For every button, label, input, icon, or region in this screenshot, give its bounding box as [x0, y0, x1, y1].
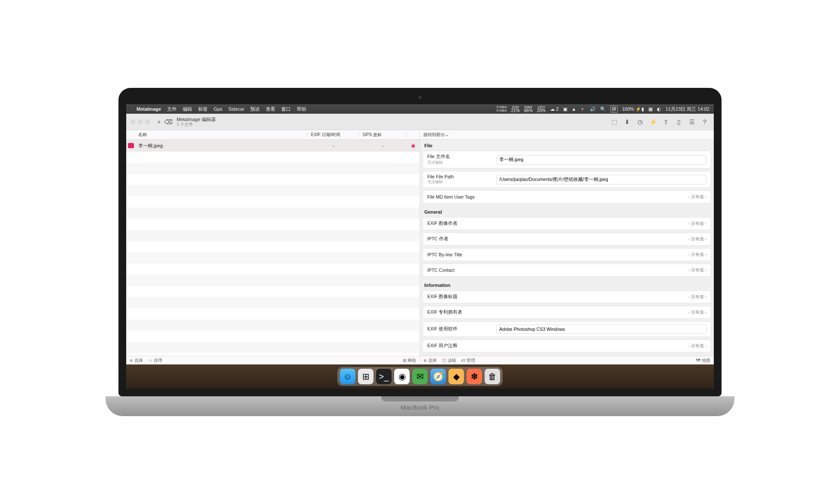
status-icon-4[interactable]: ◐	[657, 106, 661, 112]
menu-sidecar[interactable]: Sidecar	[228, 106, 244, 112]
col-exif-date[interactable]: EXIF 日期/时间	[308, 132, 359, 138]
col-name[interactable]: 名称	[136, 132, 308, 138]
traffic-lights[interactable]	[131, 119, 150, 124]
file-path-input	[496, 175, 706, 184]
field-exif-author[interactable]: EXIF 图像作者 - 没有值 -	[423, 217, 711, 230]
metadata-scroll[interactable]: File File 文件名 无法编辑 File File Pa	[420, 140, 714, 356]
dock-trash-icon[interactable]: 🗑	[485, 369, 500, 384]
field-exif-patent[interactable]: EXIF 专利拥有者 - 没有值 -	[423, 306, 711, 319]
menu-window[interactable]: 窗口	[281, 106, 291, 112]
section-file: File	[420, 140, 714, 151]
popout-icon[interactable]: ⬚	[610, 117, 619, 127]
file-name-cell: 李一桐.jpeg	[136, 143, 308, 149]
filter-button[interactable]: ◎ 滤镜	[442, 358, 456, 364]
wechat-status-icon[interactable]: ☁ 2	[550, 106, 559, 112]
wifi-icon[interactable]: ᯤ	[581, 106, 585, 112]
menubar-app-name[interactable]: MetaImage	[137, 106, 161, 112]
clock-icon[interactable]: ◷	[635, 117, 645, 127]
field-file-tags[interactable]: File MD Item User Tags - 没有值 -	[423, 190, 711, 203]
search-icon[interactable]: 🔍	[600, 106, 606, 112]
file-exif-cell: -	[308, 143, 359, 148]
ime-icon[interactable]: 拼	[610, 106, 618, 113]
share-icon[interactable]: ⇪	[661, 117, 671, 127]
field-exif-software[interactable]: EXIF 使用软件	[423, 321, 711, 337]
exif-software-input[interactable]	[496, 324, 706, 334]
desktop-dock-region: ☺ ⊞ >_ ◉ ✉ 🧭 ◆ ✽ 🗑	[126, 364, 714, 389]
thumbnail-icon	[128, 143, 134, 148]
split-view: 名称 EXIF 日期/时间 GPS 坐标 李一桐.jpeg - - ◉	[126, 130, 714, 364]
laptop-base: MacBook Pro	[106, 396, 734, 416]
bolt-icon[interactable]: ⚡	[648, 117, 658, 127]
menu-gps[interactable]: Gps	[214, 106, 222, 112]
help-icon[interactable]: ?	[700, 117, 709, 127]
dock-wechat-icon[interactable]: ✉	[412, 369, 428, 384]
dock: ☺ ⊞ >_ ◉ ✉ 🧭 ◆ ✽ 🗑	[337, 367, 503, 386]
dock-finder-icon[interactable]: ☺	[340, 369, 355, 384]
jump-to-section[interactable]: 跳转到部分 ⌄	[420, 130, 714, 140]
file-list: 李一桐.jpeg - - ◉	[126, 140, 420, 356]
menu-edit[interactable]: 编辑	[183, 106, 192, 112]
field-iptc-byline[interactable]: IPTC By-line Title - 没有值 -	[423, 248, 711, 261]
menu-file[interactable]: 文件	[167, 106, 177, 112]
select-button-r[interactable]: ⊕ 选择	[423, 358, 437, 364]
file-gps-cell: -	[359, 143, 407, 148]
file-name-input	[496, 155, 706, 165]
column-header: 名称 EXIF 日期/时间 GPS 坐标	[126, 130, 420, 140]
stat-ram[interactable]: RAM66%	[524, 106, 533, 113]
status-icon-3[interactable]: ▦	[648, 106, 653, 112]
dock-launchpad-icon[interactable]: ⊞	[358, 369, 373, 384]
status-icon-1[interactable]: ▣	[563, 106, 567, 112]
menu-presets[interactable]: 预设	[250, 106, 260, 112]
settings-icon[interactable]: ☰	[687, 117, 697, 127]
camera	[418, 96, 422, 99]
right-bottom-bar: ⊕ 选择 ◎ 滤镜 🏷 管理 🗺 地图	[420, 356, 714, 364]
dock-safari-icon[interactable]: 🧭	[430, 369, 446, 384]
sort-button[interactable]: ↑↓ 排序	[148, 358, 162, 364]
sound-icon[interactable]: 🔊	[590, 106, 596, 112]
chevron-down-icon: ⌄	[445, 132, 448, 137]
field-file-path: File File Path 无法编辑	[423, 171, 711, 188]
field-exif-usercomment[interactable]: EXIF 用户注释 - 没有值 -	[423, 339, 711, 352]
file-row-selected[interactable]: 李一桐.jpeg - - ◉	[126, 140, 420, 152]
screen-bezel: MetaImage 文件 编辑 标签 Gps Sidecar 预设 查看 窗口 …	[118, 88, 722, 396]
sidebar-icon[interactable]: ▯	[674, 117, 684, 127]
macos-menubar: MetaImage 文件 编辑 标签 Gps Sidecar 预设 查看 窗口 …	[126, 104, 714, 114]
metadata-panel: 跳转到部分 ⌄ File File 文件名 无法编辑	[420, 130, 714, 364]
field-iptc-author[interactable]: IPTC 作者 - 没有值 -	[423, 233, 711, 246]
screen: MetaImage 文件 编辑 标签 Gps Sidecar 预设 查看 窗口 …	[126, 104, 714, 389]
stat-cpu[interactable]: CPU20%	[537, 106, 546, 113]
section-general: General	[420, 206, 714, 217]
window-title: MetaImage 编辑器 1 个文件	[177, 117, 216, 127]
laptop-frame: MetaImage 文件 编辑 标签 Gps Sidecar 预设 查看 窗口 …	[118, 88, 722, 416]
stat-network[interactable]: 0 KB/s0 KB/s	[497, 106, 507, 112]
status-icon-2[interactable]: ▲	[572, 106, 576, 112]
menu-view[interactable]: 查看	[266, 106, 275, 112]
file-list-panel: 名称 EXIF 日期/时间 GPS 坐标 李一桐.jpeg - - ◉	[126, 130, 420, 364]
col-gps[interactable]: GPS 坐标	[359, 132, 407, 138]
window-titlebar: + ⌫ MetaImage 编辑器 1 个文件 ⬚ ⬇ ◷ ⚡ ⇪ ▯ ☰	[126, 114, 714, 130]
dock-chrome-icon[interactable]: ◉	[394, 369, 410, 384]
grid-button[interactable]: ⊞ 网格	[403, 358, 416, 364]
dock-terminal-icon[interactable]: >_	[376, 369, 392, 384]
add-button[interactable]: +	[154, 117, 164, 127]
section-information: Information	[420, 279, 714, 290]
menu-tags[interactable]: 标签	[198, 106, 208, 112]
left-bottom-bar: ⊕ 选择 ↑↓ 排序 ⊞ 网格	[126, 356, 420, 364]
battery-status[interactable]: 100% ⚡▮	[622, 106, 644, 112]
datetime[interactable]: 11月23日 周三 14:02	[666, 106, 709, 112]
stat-ssd[interactable]: SSD21%	[511, 106, 520, 113]
field-exif-title[interactable]: EXIF 图像标题 - 没有值 -	[423, 290, 711, 303]
export-icon[interactable]: ⬇	[622, 117, 632, 127]
dock-app-icon[interactable]: ✽	[467, 369, 482, 384]
app-window: + ⌫ MetaImage 编辑器 1 个文件 ⬚ ⬇ ◷ ⚡ ⇪ ▯ ☰	[126, 114, 714, 364]
field-file-name: File 文件名 无法编辑	[423, 151, 711, 168]
delete-button[interactable]: ⌫	[164, 117, 173, 127]
map-button[interactable]: 🗺 地图	[696, 358, 710, 364]
dock-sketch-icon[interactable]: ◆	[448, 369, 464, 384]
field-iptc-contact[interactable]: IPTC Contact - 没有值 -	[423, 264, 711, 277]
menu-help[interactable]: 帮助	[297, 106, 306, 112]
check-badge-icon: ◉	[411, 143, 415, 149]
manage-button[interactable]: 🏷 管理	[461, 358, 476, 364]
select-button[interactable]: ⊕ 选择	[130, 358, 143, 364]
